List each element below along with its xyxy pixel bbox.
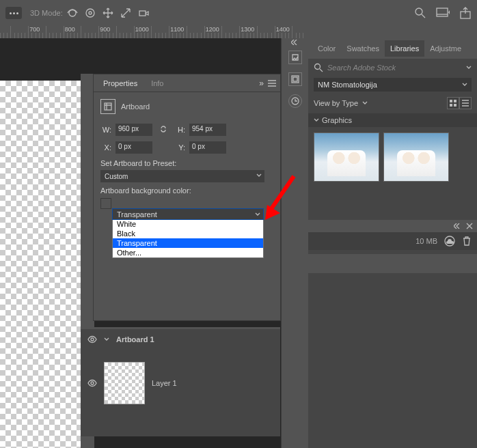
library-name: NM Stomatologija [318, 81, 377, 89]
app-menu-button[interactable] [5, 7, 22, 19]
svg-point-4 [415, 8, 422, 15]
chevron-down-icon[interactable] [466, 65, 472, 70]
layer-name: Layer 1 [152, 379, 177, 387]
right-panel-tabs: ColorSwatchesLibrariesAdjustme [308, 38, 477, 59]
view-icon[interactable] [85, 8, 96, 18]
bg-color-option[interactable]: White [113, 219, 263, 229]
svg-point-2 [89, 12, 92, 14]
layer-row-artboard[interactable]: Artboard 1 [81, 329, 280, 350]
preset-label: Set Artboard to Preset: [100, 159, 273, 167]
preset-dropdown[interactable]: Custom [100, 170, 264, 182]
svg-rect-18 [450, 104, 452, 107]
layer-row-child[interactable]: Layer 1 [81, 350, 280, 417]
library-item[interactable] [383, 132, 449, 182]
bg-color-option[interactable]: Other... [113, 248, 263, 257]
chevron-down-icon [314, 117, 319, 123]
orbit-icon[interactable] [67, 8, 78, 18]
section-label: Graphics [322, 116, 352, 124]
list-view-button[interactable] [459, 97, 472, 109]
visibility-icon[interactable] [87, 335, 97, 344]
close-icon[interactable] [466, 223, 473, 229]
properties-panel: Properties Info » Artboard W: 960 px H: … [93, 74, 281, 321]
svg-rect-13 [293, 77, 297, 81]
artboard-icon [100, 99, 115, 114]
dock-icon-3[interactable] [288, 94, 302, 108]
visibility-icon[interactable] [87, 378, 97, 388]
svg-rect-7 [105, 103, 111, 110]
tab-info[interactable]: Info [144, 76, 170, 90]
cloud-icon[interactable] [444, 236, 455, 247]
artboard-name: Artboard 1 [116, 335, 154, 344]
svg-rect-3 [139, 11, 146, 16]
tab-libraries[interactable]: Libraries [385, 40, 424, 57]
chevron-down-icon [462, 82, 467, 87]
chevron-down-icon [255, 212, 260, 217]
h-label: H: [174, 126, 185, 134]
mode-icons [67, 8, 149, 18]
search-icon[interactable] [314, 63, 323, 72]
preset-value: Custom [105, 173, 128, 180]
tab-swatches[interactable]: Swatches [341, 40, 385, 57]
svg-point-1 [86, 9, 94, 17]
width-input[interactable]: 960 px [115, 124, 152, 136]
viewby-label[interactable]: View by Type [314, 99, 358, 107]
svg-rect-16 [450, 100, 452, 102]
bg-color-selected[interactable]: Transparent [112, 208, 264, 220]
chevron-left-icon[interactable] [291, 40, 299, 45]
bg-color-option-list: WhiteBlackTransparentOther... [113, 219, 263, 257]
camera-icon[interactable] [138, 8, 149, 18]
library-item[interactable] [314, 132, 379, 182]
search-input[interactable]: Search Adobe Stock [327, 64, 462, 72]
tab-properties[interactable]: Properties [96, 76, 144, 90]
y-label: Y: [174, 143, 185, 152]
move-icon[interactable] [103, 8, 113, 18]
svg-rect-19 [454, 104, 456, 107]
tab-adjustme[interactable]: Adjustme [424, 40, 467, 57]
tab-color[interactable]: Color [312, 40, 341, 57]
chevron-left-icon[interactable] [454, 223, 462, 229]
chevron-down-icon [256, 173, 262, 178]
y-input[interactable]: 0 px [189, 141, 226, 154]
share-icon[interactable] [459, 7, 472, 19]
link-wh-icon[interactable] [159, 125, 167, 135]
screen-mode-icon[interactable] [436, 8, 450, 18]
chevron-down-icon[interactable] [362, 100, 368, 106]
chevron-down-icon[interactable] [104, 337, 109, 342]
sync-size: 10 MB [415, 237, 437, 245]
grid-view-button[interactable] [447, 97, 459, 109]
x-input[interactable]: 0 px [115, 141, 152, 154]
panel-menu-icon[interactable] [268, 80, 276, 87]
search-icon[interactable] [414, 7, 426, 19]
svg-point-10 [91, 338, 94, 341]
layers-panel: Artboard 1 Layer 1 [81, 327, 280, 436]
bg-color-option[interactable]: Transparent [113, 238, 263, 248]
artboard-canvas[interactable] [0, 81, 81, 448]
bg-color-label: Artboard background color: [100, 186, 273, 195]
svg-point-11 [91, 382, 94, 384]
x-label: X: [100, 143, 111, 152]
dock-icon-1[interactable] [288, 51, 302, 64]
panel-expand-icon[interactable]: » [259, 79, 264, 88]
svg-rect-17 [454, 100, 456, 102]
scale-icon[interactable] [120, 8, 131, 18]
bg-color-dropdown[interactable]: Transparent WhiteBlackTransparentOther..… [112, 208, 264, 258]
horizontal-ruler: 70080090010001100120013001400 [0, 26, 477, 38]
right-panel-group: ColorSwatchesLibrariesAdjustme Search Ad… [308, 38, 477, 448]
w-label: W: [100, 126, 111, 134]
collapsed-panel-dock [281, 38, 308, 448]
annotation-arrow [265, 172, 298, 220]
svg-rect-5 [437, 8, 448, 16]
dock-icon-2[interactable] [288, 72, 302, 86]
svg-line-8 [269, 176, 294, 212]
height-input[interactable]: 954 px [189, 124, 226, 136]
library-dropdown[interactable]: NM Stomatologija [314, 78, 472, 92]
svg-point-15 [315, 64, 321, 70]
layer-thumbnail[interactable] [104, 362, 145, 404]
section-graphics[interactable]: Graphics [308, 113, 477, 127]
mode-label: 3D Mode: [30, 9, 63, 17]
bg-color-swatch[interactable] [100, 198, 111, 209]
artboard-type-label: Artboard [121, 102, 150, 111]
bg-color-option[interactable]: Black [113, 229, 263, 238]
trash-icon[interactable] [462, 236, 472, 246]
